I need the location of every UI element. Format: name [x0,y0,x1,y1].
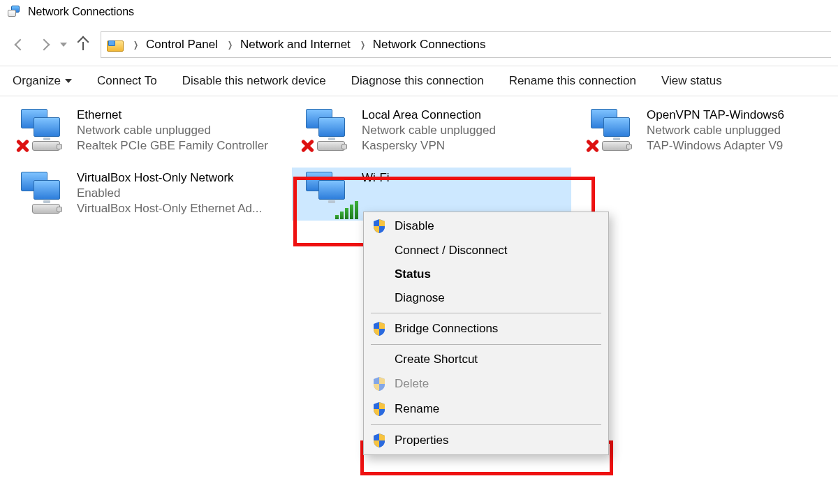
back-button[interactable] [10,34,31,55]
menu-item-label: Status [395,267,431,281]
connection-name: VirtualBox Host-Only Network [77,170,262,186]
menu-separator [371,424,601,425]
arrow-left-icon [15,39,27,51]
context-menu: Disable Connect / Disconnect Status Diag… [363,212,609,455]
disable-device-button[interactable]: Disable this network device [170,66,339,96]
connections-grid: Ethernet Network cable unplugged Realtek… [0,96,838,229]
ethernet-plug-icon [602,141,630,151]
network-adapter-icon [296,108,355,155]
error-x-icon [299,138,314,154]
menu-item-label: Disable [395,219,434,233]
breadcrumb[interactable]: Network Connections [373,38,486,52]
menu-item-label: Bridge Connections [395,322,498,336]
menu-item-rename[interactable]: Rename [364,396,608,422]
wifi-signal-icon [335,201,358,219]
title-bar: Network Connections [0,0,838,24]
error-x-icon [584,138,599,154]
uac-shield-icon [372,218,386,234]
menu-item-create-shortcut[interactable]: Create Shortcut [364,348,608,371]
menu-item-delete: Delete [364,371,608,396]
breadcrumb[interactable]: Network and Internet [240,38,351,52]
menu-item-properties[interactable]: Properties [364,428,608,453]
chevron-right-icon: ❯ [360,40,365,50]
rename-connection-button[interactable]: Rename this connection [497,66,649,96]
menu-item-label: Properties [395,433,448,447]
connection-device: VirtualBox Host-Only Ethernet Ad... [77,201,262,216]
forward-button[interactable] [34,34,54,55]
connect-to-button[interactable]: Connect To [84,66,170,96]
connection-item-lan[interactable]: Local Area Connection Network cable unpl… [292,105,571,158]
error-x-icon [14,138,29,154]
diagnose-connection-button[interactable]: Diagnose this connection [339,66,497,96]
connection-status: Network cable unplugged [647,123,784,138]
navigation-row: ❯ Control Panel ❯ Network and Internet ❯… [0,24,838,66]
address-bar[interactable]: ❯ Control Panel ❯ Network and Internet ❯… [101,31,831,58]
recent-locations-button[interactable] [57,34,70,55]
connection-name: Wi-Fi [362,170,390,186]
breadcrumb[interactable]: Control Panel [146,38,218,52]
connection-device: TAP-Windows Adapter V9 [647,138,784,154]
menu-item-label: Delete [395,377,429,391]
chevron-right-icon: ❯ [228,40,233,50]
menu-item-label: Rename [395,402,439,416]
connection-item-ethernet[interactable]: Ethernet Network cable unplugged Realtek… [7,105,286,158]
chevron-down-icon [60,43,67,47]
network-adapter-icon [581,108,640,155]
chevron-down-icon [65,79,72,83]
connection-item-openvpn[interactable]: OpenVPN TAP-Windows6 Network cable unplu… [577,105,838,158]
arrow-right-icon [38,39,50,51]
chevron-right-icon: ❯ [133,40,138,50]
menu-item-bridge[interactable]: Bridge Connections [364,316,608,341]
menu-item-label: Connect / Disconnect [395,244,508,258]
window-title: Network Connections [28,6,134,18]
connection-device: Kaspersky VPN [362,138,496,154]
menu-separator [371,313,601,313]
menu-item-diagnose[interactable]: Diagnose [364,286,608,310]
view-status-button[interactable]: View status [649,66,735,96]
uac-shield-icon [372,401,386,417]
menu-item-status[interactable]: Status [364,262,608,286]
ethernet-plug-icon [32,141,60,151]
ethernet-plug-icon [317,141,345,151]
folder-icon [107,38,124,52]
connection-status: Enabled [77,186,262,201]
connection-status: Network cable unplugged [362,123,496,138]
connection-name: OpenVPN TAP-Windows6 [647,108,784,123]
connection-status: Network cable unplugged [77,123,268,138]
network-adapter-icon [296,170,355,218]
up-button[interactable] [73,34,94,55]
command-bar: Organize Connect To Disable this network… [0,66,838,96]
organize-menu[interactable]: Organize [13,66,84,96]
connection-item-virtualbox[interactable]: VirtualBox Host-Only Network Enabled Vir… [7,168,286,221]
connection-name: Local Area Connection [362,108,496,123]
menu-separator [371,344,601,345]
connection-name: Ethernet [77,108,268,123]
organize-label: Organize [13,74,61,88]
uac-shield-icon [372,321,386,336]
network-adapter-icon [11,170,70,218]
menu-item-connect-disconnect[interactable]: Connect / Disconnect [364,239,608,262]
uac-shield-icon [372,433,386,448]
ethernet-plug-icon [32,204,60,214]
uac-shield-icon [372,376,386,392]
menu-item-label: Diagnose [395,291,445,305]
connection-device: Realtek PCIe GBE Family Controller [77,138,268,154]
menu-item-label: Create Shortcut [395,353,478,366]
network-adapter-icon [11,108,70,155]
menu-item-disable[interactable]: Disable [364,214,608,239]
network-connections-icon [7,4,22,20]
